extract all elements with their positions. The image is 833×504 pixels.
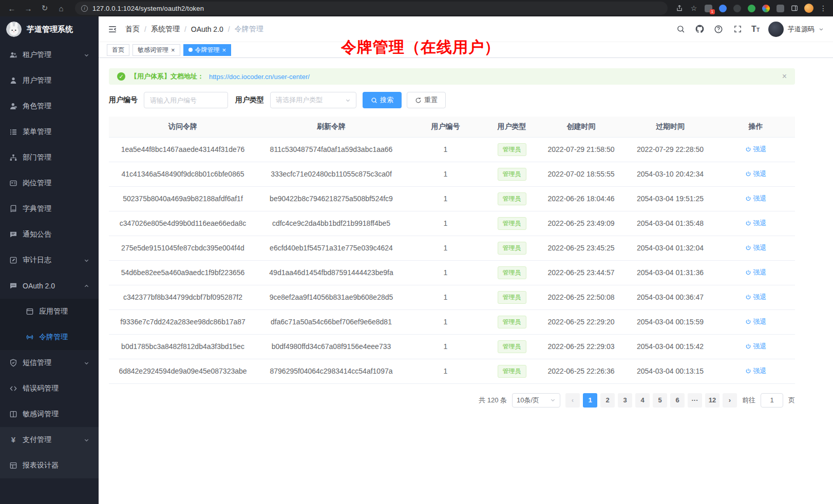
extension-dark-icon[interactable] — [732, 4, 742, 13]
url-bar[interactable]: i 127.0.0.1:1024/system/oauth2/token — [75, 2, 668, 15]
collapse-menu-icon[interactable] — [108, 25, 117, 34]
chevron-down-icon — [84, 258, 89, 263]
sidebar-item-menu[interactable]: 菜单管理 — [0, 119, 99, 145]
fullscreen-icon[interactable] — [732, 24, 743, 34]
user-type-select[interactable]: 请选择用户类型 — [270, 92, 356, 108]
sidebar-item-label: 短信管理 — [23, 358, 51, 367]
sidebar-item-audit-log[interactable]: 审计日志 — [0, 247, 99, 273]
bookmark-star-icon[interactable]: ☆ — [689, 4, 698, 13]
user-menu[interactable]: 芋道源码 — [768, 22, 824, 37]
home-button[interactable]: ⌂ — [54, 2, 68, 15]
breadcrumb-oauth[interactable]: OAuth 2.0 — [191, 25, 223, 33]
close-icon[interactable]: × — [171, 47, 175, 53]
page-size-select[interactable]: 10条/页 — [512, 393, 560, 408]
page-button-5[interactable]: 5 — [653, 393, 667, 408]
page-button-4[interactable]: 4 — [635, 393, 650, 408]
power-icon — [745, 171, 751, 177]
force-logout-button[interactable]: 强退 — [745, 169, 767, 179]
sidebar-item-sms[interactable]: 短信管理 — [0, 350, 99, 376]
reload-button[interactable]: ↻ — [38, 2, 51, 15]
force-logout-button[interactable]: 强退 — [745, 243, 767, 253]
font-size-icon[interactable]: TT — [751, 25, 760, 34]
search-icon[interactable] — [675, 24, 686, 34]
tab-sensitive-word[interactable]: 敏感词管理 × — [132, 44, 180, 56]
breadcrumb-home[interactable]: 首页 — [125, 25, 140, 34]
sidebar-item-oauth[interactable]: OAuth 2.0 — [0, 273, 99, 299]
access-token-cell: 54d6be82ee5a460a9aedc1f9bf223656 — [109, 260, 257, 285]
forward-button[interactable]: → — [22, 2, 35, 15]
user-type-tag: 管理员 — [498, 192, 526, 205]
active-dot — [188, 48, 193, 52]
extension-color-icon[interactable] — [761, 4, 770, 13]
sidebar-item-label: OAuth 2.0 — [23, 282, 55, 290]
site-info-icon[interactable]: i — [81, 5, 88, 12]
page-button-2[interactable]: 2 — [600, 393, 615, 408]
force-logout-button[interactable]: 强退 — [745, 145, 767, 154]
doc-link[interactable]: https://doc.iocoder.cn/user-center/ — [209, 73, 310, 81]
back-button[interactable]: ← — [5, 2, 18, 15]
force-logout-button[interactable]: 强退 — [745, 342, 767, 351]
sidebar-item-label: 岗位管理 — [23, 179, 51, 188]
sidebar-item-user[interactable]: 用户管理 — [0, 68, 99, 93]
sidebar-item-errcode[interactable]: 错误码管理 — [0, 376, 99, 401]
share-icon[interactable] — [675, 4, 684, 13]
profile-avatar[interactable] — [804, 4, 813, 13]
next-page-button[interactable]: › — [723, 393, 737, 408]
more-pages-button[interactable]: ··· — [688, 393, 702, 408]
alert-text: 【用户体系】文档地址： — [130, 72, 204, 81]
chevron-down-icon — [345, 98, 351, 103]
user-id-cell: 1 — [406, 236, 485, 260]
page-button-1[interactable]: 1 — [583, 393, 597, 408]
sidebar-item-oauth-token[interactable]: 令牌管理 — [0, 324, 99, 350]
token-table: 访问令牌 刷新令牌 用户编号 用户类型 创建时间 过期时间 操作 1ea5e44… — [109, 117, 795, 384]
tab-home[interactable]: 首页 — [107, 44, 129, 56]
power-icon — [745, 245, 751, 251]
extension-badge: 1 — [710, 9, 715, 14]
user-id-input[interactable] — [144, 92, 228, 108]
page-button-3[interactable]: 3 — [618, 393, 632, 408]
force-logout-button[interactable]: 强退 — [745, 317, 767, 326]
reset-button[interactable]: 重置 — [407, 92, 446, 108]
goto-page-input[interactable] — [761, 393, 783, 408]
page-button-6[interactable]: 6 — [670, 393, 685, 408]
sidebar-item-oauth-app[interactable]: 应用管理 — [0, 299, 99, 324]
side-panel-icon[interactable] — [790, 4, 799, 13]
sidebar-item-report-designer[interactable]: 报表设计器 — [0, 453, 99, 478]
tab-token[interactable]: 令牌管理 × — [183, 44, 232, 56]
prev-page-button[interactable]: ‹ — [565, 393, 580, 408]
force-logout-button[interactable]: 强退 — [745, 366, 767, 376]
force-logout-button[interactable]: 强退 — [745, 194, 767, 203]
search-button[interactable]: 搜索 — [363, 92, 402, 108]
access-token-cell: 1ea5e44f8bc1467aaede43144f31de76 — [109, 137, 257, 162]
breadcrumb-system[interactable]: 系统管理 — [151, 25, 180, 34]
col-refresh-token: 刷新令牌 — [257, 117, 406, 137]
extension-green-icon[interactable] — [747, 4, 756, 13]
sidebar-item-notice[interactable]: 通知公告 — [0, 222, 99, 247]
user-id-cell: 1 — [406, 137, 485, 162]
close-icon[interactable]: × — [222, 47, 226, 53]
access-token-cell: f9336e7c7dd242a283ee98dc86b17a87 — [109, 309, 257, 334]
app-logo[interactable]: 芋道管理系统 — [0, 16, 99, 42]
sidebar-item-dict[interactable]: 字典管理 — [0, 196, 99, 222]
sidebar-item-tenant[interactable]: 租户管理 — [0, 42, 99, 68]
force-logout-button[interactable]: 强退 — [745, 268, 767, 277]
browser-menu-icon[interactable]: ⋮ — [819, 4, 828, 13]
alert-close-icon[interactable]: × — [782, 72, 787, 81]
sidebar-item-role[interactable]: 角色管理 — [0, 93, 99, 119]
sidebar-item-sensitive-word[interactable]: 敏感词管理 — [0, 401, 99, 427]
page-button-12[interactable]: 12 — [705, 393, 720, 408]
extension-grid-icon[interactable]: 1 — [704, 4, 713, 13]
sidebar-item-pay[interactable]: ¥ 支付管理 — [0, 427, 99, 453]
user-type-tag: 管理员 — [498, 143, 526, 156]
extension-puzzle-icon[interactable] — [775, 4, 785, 13]
github-icon[interactable] — [694, 24, 705, 34]
sidebar-item-post[interactable]: 岗位管理 — [0, 170, 99, 196]
sidebar-item-dept[interactable]: 部门管理 — [0, 145, 99, 170]
help-icon[interactable] — [713, 24, 724, 34]
force-logout-button[interactable]: 强退 — [745, 293, 767, 302]
username: 芋道源码 — [788, 25, 815, 34]
select-placeholder: 请选择用户类型 — [276, 95, 323, 105]
user-id-cell: 1 — [406, 186, 485, 211]
extension-blue-icon[interactable] — [718, 4, 727, 13]
force-logout-button[interactable]: 强退 — [745, 219, 767, 228]
